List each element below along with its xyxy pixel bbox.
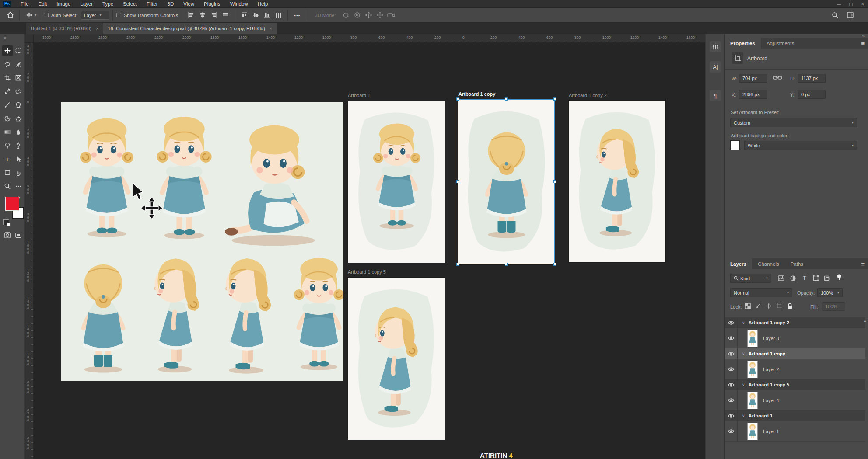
lock-artboard-nesting-icon[interactable] bbox=[775, 303, 783, 309]
collapse-panel-icon[interactable]: « bbox=[4, 35, 6, 40]
opacity-field[interactable]: 100% ▾ bbox=[817, 288, 843, 297]
visibility-eye-icon[interactable] bbox=[724, 359, 738, 379]
menu-filter[interactable]: Filter bbox=[142, 0, 163, 8]
align-top-edges-icon[interactable] bbox=[238, 10, 250, 21]
width-field[interactable]: 704 px bbox=[739, 74, 767, 83]
quick-mask-icon[interactable] bbox=[2, 230, 13, 240]
tab-channels[interactable]: Channels bbox=[752, 258, 785, 269]
artboard-label[interactable]: Artboard 1 copy 2 bbox=[569, 93, 607, 98]
group-collapse-chevron-icon[interactable]: ∨ bbox=[742, 382, 745, 387]
filter-adjustment-layers-icon[interactable] bbox=[789, 275, 797, 282]
menu-window[interactable]: Window bbox=[225, 0, 253, 8]
default-colors-icon[interactable] bbox=[4, 219, 9, 225]
lasso-tool[interactable] bbox=[2, 59, 13, 70]
preset-dropdown[interactable]: Custom ▾ bbox=[730, 118, 857, 127]
visibility-eye-icon[interactable] bbox=[724, 390, 738, 410]
object-selection-tool[interactable] bbox=[13, 59, 24, 70]
home-icon[interactable] bbox=[4, 10, 16, 21]
artboard-1-copy[interactable] bbox=[458, 100, 555, 264]
filter-type-layers-icon[interactable]: T bbox=[801, 274, 808, 281]
distribute-horizontal-icon[interactable] bbox=[220, 10, 231, 21]
blend-mode-dropdown[interactable]: Normal ▾ bbox=[730, 288, 792, 297]
layer-thumbnail[interactable] bbox=[747, 330, 758, 347]
selection-handle[interactable] bbox=[505, 263, 508, 266]
hand-tool[interactable] bbox=[13, 167, 24, 178]
paragraph-panel-icon[interactable]: ¶ bbox=[710, 90, 721, 101]
menu-select[interactable]: Select bbox=[118, 0, 142, 8]
history-brush-tool[interactable] bbox=[2, 113, 13, 124]
x-field[interactable]: 2896 px bbox=[739, 90, 767, 99]
path-selection-tool[interactable] bbox=[13, 154, 24, 164]
marquee-tool[interactable] bbox=[13, 45, 24, 56]
background-color-dropdown[interactable]: White ▾ bbox=[744, 141, 857, 150]
artboard-bg-swatch[interactable] bbox=[730, 140, 740, 150]
link-dimensions-icon[interactable] bbox=[773, 75, 782, 82]
align-bottom-edges-icon[interactable] bbox=[261, 10, 273, 21]
tab-properties[interactable]: Properties bbox=[724, 38, 761, 49]
close-button[interactable]: ✕ bbox=[861, 2, 864, 7]
filter-pixel-layers-icon[interactable] bbox=[777, 275, 785, 282]
visibility-eye-icon[interactable] bbox=[724, 421, 738, 441]
align-horizontal-centers-icon[interactable] bbox=[197, 10, 208, 21]
selection-handle[interactable] bbox=[553, 97, 556, 101]
layer-thumbnail[interactable] bbox=[747, 392, 758, 409]
menu-type[interactable]: Type bbox=[98, 0, 118, 8]
camera-3d-icon[interactable] bbox=[385, 10, 397, 21]
filter-smart-objects-icon[interactable] bbox=[822, 275, 830, 282]
artboard-label[interactable]: Artboard 1 bbox=[348, 93, 370, 98]
tab-layers[interactable]: Layers bbox=[724, 258, 752, 269]
group-collapse-chevron-icon[interactable]: ∨ bbox=[742, 414, 745, 418]
layer-layer-3[interactable]: Layer 3 bbox=[724, 328, 865, 348]
filtering-toggle-pin[interactable] bbox=[836, 274, 842, 282]
minimize-button[interactable]: — bbox=[836, 2, 841, 7]
artboard-label-selected[interactable]: Artboard 1 copy bbox=[458, 91, 495, 97]
selection-handle[interactable] bbox=[505, 97, 508, 101]
filter-shape-layers-icon[interactable] bbox=[812, 275, 819, 282]
selection-handle[interactable] bbox=[553, 263, 556, 266]
drag-3d-icon[interactable] bbox=[363, 10, 374, 21]
tab-adjustments[interactable]: Adjustments bbox=[761, 38, 800, 49]
layer-group-artboard-1-copy-5[interactable]: ∨Artboard 1 copy 5 bbox=[724, 379, 865, 390]
orbit-3d-icon[interactable] bbox=[340, 10, 351, 21]
selection-handle[interactable] bbox=[553, 180, 556, 183]
y-field[interactable]: 0 px bbox=[798, 90, 826, 99]
search-icon[interactable] bbox=[830, 10, 841, 21]
menu-file[interactable]: File bbox=[16, 0, 34, 8]
layer-thumbnail[interactable] bbox=[747, 423, 758, 440]
lock-image-pixels-icon[interactable] bbox=[754, 303, 762, 309]
tab-paths[interactable]: Paths bbox=[785, 258, 809, 269]
filter-kind-dropdown[interactable]: Kind ▾ bbox=[730, 274, 771, 283]
selection-handle[interactable] bbox=[456, 263, 459, 266]
rectangle-tool[interactable] bbox=[2, 167, 13, 178]
workspace-switcher-icon[interactable] bbox=[844, 10, 856, 21]
selection-handle[interactable] bbox=[456, 180, 459, 183]
distribute-vertical-icon[interactable] bbox=[273, 10, 284, 21]
screen-mode-icon[interactable] bbox=[13, 230, 24, 240]
lock-position-icon[interactable] bbox=[765, 303, 773, 309]
menu-view[interactable]: View bbox=[178, 0, 199, 8]
move-tool-option-icon[interactable] bbox=[23, 10, 35, 21]
more-options-icon[interactable]: ••• bbox=[294, 13, 301, 18]
crop-tool[interactable] bbox=[2, 73, 13, 83]
brush-tool[interactable] bbox=[2, 100, 13, 110]
layer-group-artboard-1[interactable]: ∨Artboard 1 bbox=[724, 410, 865, 421]
menu-3d[interactable]: 3D bbox=[163, 0, 179, 8]
scroll-up-icon[interactable]: ▲ bbox=[863, 319, 867, 323]
visibility-eye-icon[interactable] bbox=[724, 348, 738, 359]
menu-plugins[interactable]: Plugins bbox=[199, 0, 225, 8]
eraser-tool[interactable] bbox=[13, 113, 24, 124]
slide-3d-icon[interactable] bbox=[374, 10, 385, 21]
tab-close-icon[interactable]: × bbox=[270, 26, 272, 31]
align-left-edges-icon[interactable] bbox=[186, 10, 197, 21]
blur-tool[interactable] bbox=[13, 127, 24, 137]
canvas-area[interactable]: Artboard 1 Artboard 1 copy Artboard 1 co… bbox=[34, 43, 705, 459]
layer-layer-4[interactable]: Layer 4 bbox=[724, 390, 865, 410]
group-collapse-chevron-icon[interactable]: ∨ bbox=[742, 351, 745, 356]
artboard-1-copy-2[interactable] bbox=[569, 101, 665, 262]
properties-menu-icon[interactable]: ≡ bbox=[861, 40, 864, 47]
layers-menu-icon[interactable]: ≡ bbox=[861, 261, 864, 268]
fill-field[interactable]: 100% bbox=[822, 302, 845, 311]
frame-tool[interactable] bbox=[13, 73, 24, 83]
edit-toolbar-icon[interactable] bbox=[13, 181, 24, 191]
artboard-1-copy-5[interactable] bbox=[348, 278, 444, 440]
